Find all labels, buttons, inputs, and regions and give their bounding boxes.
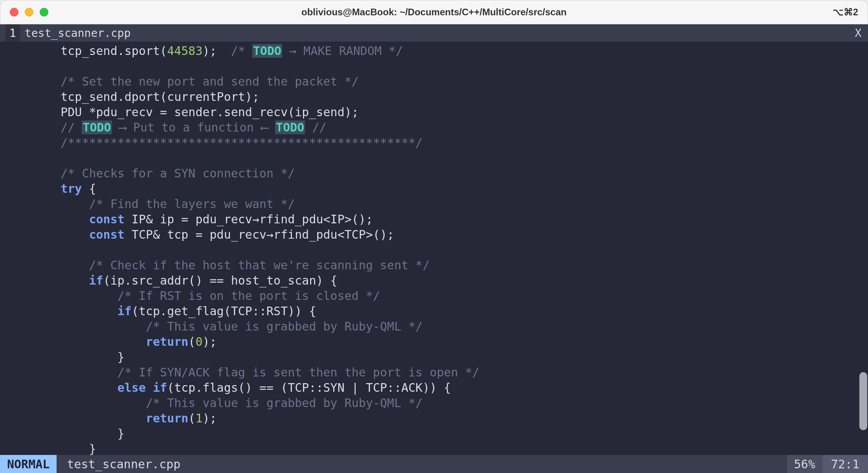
code-line: /* This value is grabbed by Ruby-QML */ xyxy=(0,395,868,411)
window-controls xyxy=(10,8,48,16)
mode-indicator: NORMAL xyxy=(0,455,57,473)
window-titlebar: oblivious@MacBook: ~/Documents/C++/Multi… xyxy=(0,0,868,24)
code-line: // TODO ⟶ Put to a function ⟵ TODO // xyxy=(0,120,868,135)
code-line: return(0); xyxy=(0,334,868,349)
code-line: try { xyxy=(0,181,868,196)
code-line: } xyxy=(0,426,868,441)
code-line: else if(tcp.flags() == (TCP::SYN | TCP::… xyxy=(0,380,868,395)
status-file-name: test_scanner.cpp xyxy=(57,455,191,473)
code-line: /* If SYN/ACK flag is sent then the port… xyxy=(0,365,868,380)
code-line xyxy=(0,242,868,258)
code-line: const IP& ip = pdu_recv→rfind_pdu<IP>(); xyxy=(0,212,868,227)
minimize-window-button[interactable] xyxy=(25,8,33,16)
code-line xyxy=(0,58,868,74)
maximize-window-button[interactable] xyxy=(40,8,48,16)
code-line xyxy=(0,150,868,166)
code-line: PDU *pdu_recv = sender.send_recv(ip_send… xyxy=(0,104,868,120)
code-line: tcp_send.sport(44583); /* TODO → MAKE RA… xyxy=(0,43,868,58)
scrollbar-thumb[interactable] xyxy=(859,372,867,430)
window-shortcut-indicator: ⌥⌘2 xyxy=(833,7,858,18)
code-line: } xyxy=(0,349,868,365)
status-cursor-position: 72:1 xyxy=(822,455,868,473)
close-tab-button[interactable]: X xyxy=(848,24,868,42)
code-line: } xyxy=(0,441,868,455)
code-line: if(tcp.get_flag(TCP::RST)) { xyxy=(0,303,868,319)
code-line: /***************************************… xyxy=(0,135,868,150)
code-line: /* Checks for a SYN connection */ xyxy=(0,166,868,181)
code-line: tcp_send.dport(currentPort); xyxy=(0,89,868,104)
buffer-index: 1 xyxy=(6,24,20,42)
code-editor[interactable]: tcp_send.sport(44583); /* TODO → MAKE RA… xyxy=(0,42,868,455)
window-title: oblivious@MacBook: ~/Documents/C++/Multi… xyxy=(0,7,868,18)
statusline: NORMAL test_scanner.cpp 56% 72:1 xyxy=(0,455,868,473)
code-line: const TCP& tcp = pdu_recv→rfind_pdu<TCP>… xyxy=(0,227,868,242)
code-line: /* Check if the host that we're scanning… xyxy=(0,258,868,273)
status-scroll-percent: 56% xyxy=(787,455,822,473)
close-window-button[interactable] xyxy=(10,8,18,16)
status-spacer xyxy=(191,455,787,473)
code-line: /* If RST is on the port is closed */ xyxy=(0,288,868,303)
code-line: /* Set the new port and send the packet … xyxy=(0,74,868,89)
code-line: /* Find the layers we want */ xyxy=(0,196,868,212)
buffer-tab[interactable]: 1 test_scanner.cpp xyxy=(0,24,136,42)
buffer-name: test_scanner.cpp xyxy=(25,27,131,40)
buffer-tabline: 1 test_scanner.cpp X xyxy=(0,24,868,42)
scrollbar-track[interactable] xyxy=(859,42,867,455)
code-line: if(ip.src_addr() == host_to_scan) { xyxy=(0,273,868,288)
code-line: /* This value is grabbed by Ruby-QML */ xyxy=(0,319,868,334)
code-line: return(1); xyxy=(0,411,868,426)
